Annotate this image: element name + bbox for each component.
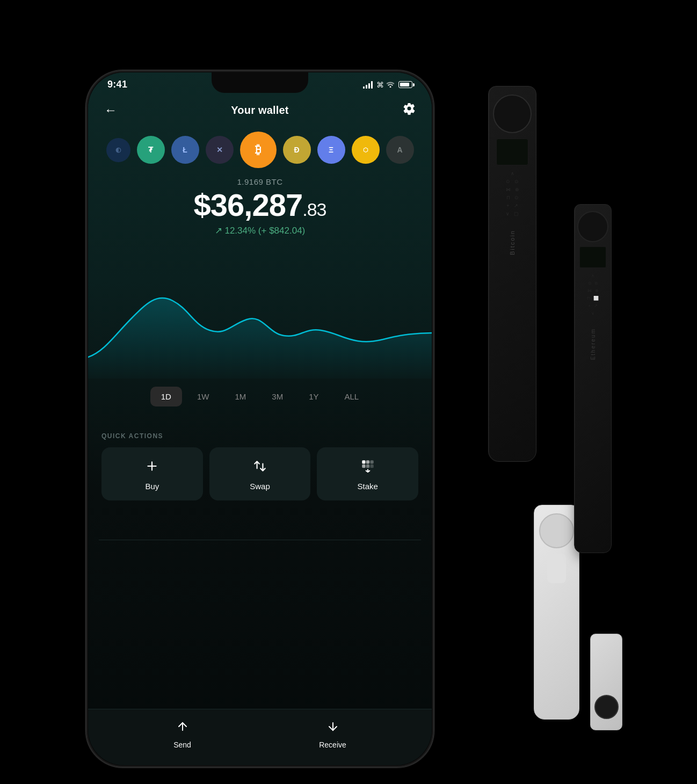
ledger-tall-black: ∧ ⊙⊙ ⋈⊕ ⊓⊙ +↗ ∨▢ Bitcoin [488,86,536,462]
stake-button[interactable]: Stake [317,447,418,500]
ledger-white-body [547,554,566,583]
swap-label: Swap [250,482,270,491]
svg-rect-7 [371,465,373,467]
send-label: Send [173,741,191,749]
balance-fiat-cents: .83 [302,199,326,220]
signal-icon [363,81,373,89]
balance-main: $36,287.83 [88,190,432,221]
coin-algo[interactable]: A [386,136,414,164]
time-filters: 1D 1W 1M 3M 1Y ALL [88,387,432,406]
time-btn-all[interactable]: ALL [334,387,370,406]
bottom-nav: Send Receive [88,709,432,765]
settings-icon[interactable] [403,102,416,118]
buy-button[interactable]: Buy [101,447,203,500]
ledger-small-circle [594,695,619,719]
swap-button[interactable]: Swap [209,447,311,500]
svg-rect-6 [367,465,369,467]
wifi-icon: ⌘ [376,81,395,89]
time-btn-1y[interactable]: 1Y [298,387,329,406]
change-text: ↗ 12.34% (+ $842.04) [215,225,306,236]
screen: 9:41 ⌘ [88,72,432,765]
buy-label: Buy [145,482,159,491]
quick-actions-label: QUICK ACTIONS [101,432,418,440]
ledger-nano-screen [579,246,606,268]
coin-doge[interactable]: Ð [283,136,311,164]
balance-fiat-main: $36,287 [194,187,303,222]
balance-section: 1.9169 BTC $36,287.83 ↗ 12.34% (+ $842.0… [88,177,432,236]
back-button[interactable]: ← [104,103,117,118]
time-btn-3m[interactable]: 3M [261,387,294,406]
stake-label: Stake [358,482,378,491]
status-icons: ⌘ [363,81,412,89]
svg-rect-5 [362,465,365,467]
receive-icon [326,720,339,736]
ledger-white-button [539,513,574,548]
coin-eth[interactable]: Ξ [317,136,345,164]
stake-icon [361,459,375,476]
swap-icon [253,459,267,476]
ledger-nano-button [577,211,608,242]
receive-nav-item[interactable]: Receive [319,720,346,749]
ledger-small-white [590,634,622,730]
svg-rect-2 [362,461,365,463]
coin-partial[interactable]: ◐ [106,138,130,162]
coin-bnb[interactable]: ⬡ [352,136,380,164]
coin-ltc[interactable]: Ł [171,136,199,164]
buy-icon [145,459,159,476]
divider [99,540,421,540]
coin-btc[interactable]: ₿ [240,132,277,168]
svg-rect-4 [371,461,373,463]
time-btn-1m[interactable]: 1M [224,387,257,406]
balance-change: ↗ 12.34% (+ $842.04) [88,225,432,236]
phone-device: 9:41 ⌘ [85,70,434,768]
notch [212,72,308,93]
coin-usdt[interactable]: ₮ [137,136,165,164]
battery-icon [398,81,412,88]
time-btn-1w[interactable]: 1W [186,387,220,406]
send-nav-item[interactable]: Send [173,720,191,749]
time-btn-1d[interactable]: 1D [150,387,182,406]
app-header: ← Your wallet [88,102,432,118]
receive-label: Receive [319,741,346,749]
ledger-white [534,505,579,720]
ledger-nano-black: ∧ ⊙B ⋈⊕ ⊓⬜ +↗ ∨ Ethereum [574,204,612,553]
svg-rect-3 [367,461,369,463]
ledger-tall-button [493,95,532,133]
quick-actions-grid: Buy Swap [101,447,418,500]
ledger-nano-text: Ethereum [590,328,596,360]
quick-actions-section: QUICK ACTIONS Buy [88,432,432,500]
coin-xrp[interactable]: ✕ [206,136,234,164]
price-chart [88,250,432,379]
status-time: 9:41 [107,79,127,90]
chart-svg [88,250,432,379]
header-title: Your wallet [231,104,288,117]
balance-label: 1.9169 BTC [88,177,432,186]
ledger-tall-text: Bitcoin [509,230,516,255]
ledger-tall-screen [496,139,528,165]
coins-row: ◐ ₮ Ł ✕ ₿ Ð Ξ ⬡ A [88,132,432,168]
send-icon [176,720,189,736]
